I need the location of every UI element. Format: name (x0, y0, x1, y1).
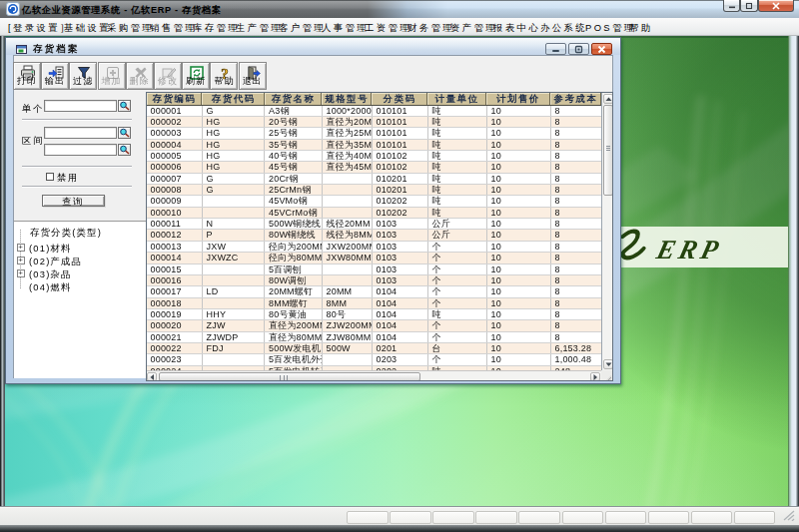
svg-text:ERP: ERP (653, 235, 726, 265)
